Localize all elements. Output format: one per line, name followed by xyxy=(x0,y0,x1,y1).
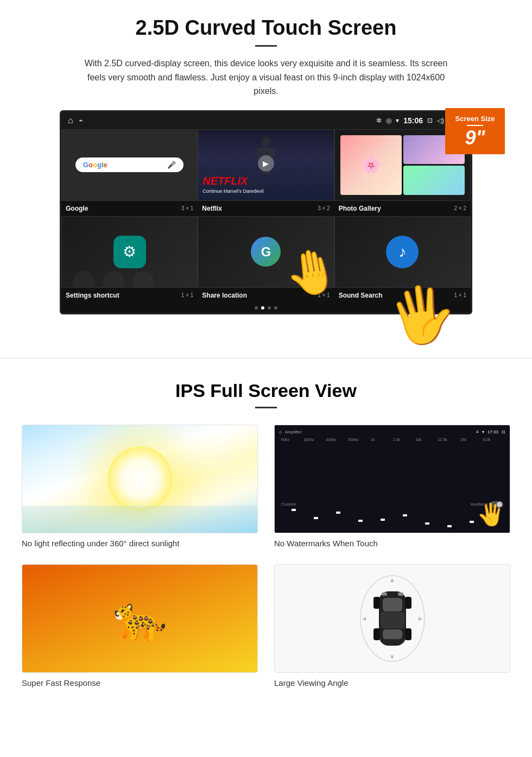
usb-icon: ⌁ xyxy=(79,116,83,124)
app-labels-top: Google 3 × 1 Netflix 3 × 2 Photo Gallery… xyxy=(61,201,471,216)
sound-cell-inner: ♪ xyxy=(335,217,470,287)
google-app-name: Google xyxy=(66,205,88,212)
sound-app-size: 1 × 1 xyxy=(454,292,466,298)
car-image: ▲ ▼ ◄ ► xyxy=(274,564,510,673)
section2-title: IPS Full Screen View xyxy=(22,380,510,401)
section-ips: IPS Full Screen View No light reflecting… xyxy=(0,380,532,709)
location-icon: ◎ xyxy=(386,117,391,124)
label-settings: Settings shortcut 1 × 1 xyxy=(61,290,198,301)
amp-time: 17:33 xyxy=(487,430,498,434)
freq-10k: 10k xyxy=(415,438,436,441)
eq-sliders xyxy=(279,444,505,498)
section-divider xyxy=(0,358,532,358)
dot-1 xyxy=(255,306,258,310)
app-cell-google[interactable]: Google 🎤 xyxy=(61,129,198,201)
svg-rect-8 xyxy=(381,612,404,628)
feature-grid: No light reflecting under 360° direct su… xyxy=(22,425,510,687)
gallery-photo-3 xyxy=(403,166,465,195)
section-curved-screen: 2.5D Curved Touch Screen With 2.5D curve… xyxy=(0,0,532,325)
freq-labels: 60hz 100hz 200hz 500hz 1k 2.5k 10k 12.5k… xyxy=(279,438,505,441)
freq-15k: 15k xyxy=(460,438,481,441)
feature-amplifier: ⌂ Amplifier ≡ ▾ 17:33 ⊡ 60hz 100hz 200hz… xyxy=(274,425,510,548)
sunlight-label: No light reflecting under 360° direct su… xyxy=(22,539,258,548)
shadow-circle-3 xyxy=(132,271,154,288)
app-cell-share[interactable]: G 🤚 xyxy=(198,216,334,288)
camera-icon: ⊡ xyxy=(427,117,433,124)
home-icon[interactable]: ⌂ xyxy=(68,116,73,125)
sound-app-name: Sound Search xyxy=(339,292,383,299)
cheetah-visual: 🐆 xyxy=(22,565,257,672)
sun-shape xyxy=(107,446,173,512)
amplifier-label: No Watermarks When Touch xyxy=(274,539,510,548)
svg-rect-7 xyxy=(383,598,402,611)
amp-home-icon: ⌂ xyxy=(279,430,282,434)
app-grid-bottom: ⚙ G 🤚 xyxy=(61,216,471,288)
amp-header: ⌂ Amplifier ≡ ▾ 17:33 ⊡ xyxy=(279,430,505,434)
share-app-name: Share location xyxy=(202,292,247,299)
bluetooth-icon: ✲ xyxy=(376,117,382,124)
settings-app-size: 1 × 1 xyxy=(181,292,194,298)
freq-60hz: 60hz xyxy=(281,438,302,441)
freq-1k: 1k xyxy=(371,438,391,441)
car-view-circle: ▲ ▼ ◄ ► xyxy=(360,575,425,662)
volume-icon: ◁) xyxy=(437,117,444,124)
svg-rect-9 xyxy=(383,629,402,639)
screen-size-badge: Screen Size 9" xyxy=(445,108,505,154)
app-cell-sound[interactable]: ♪ xyxy=(334,216,471,288)
svg-rect-10 xyxy=(373,597,380,609)
app-cell-settings[interactable]: ⚙ xyxy=(61,216,198,288)
amp-cam-icon: ⊡ xyxy=(502,430,505,434)
device-mockup: Screen Size 9" ⌂ ⌁ ✲ ◎ ▾ 15:06 ⊡ ◁) ⊠ xyxy=(60,110,472,314)
app-cell-netflix[interactable]: ▶ NETFLIX Continue Marvel's Daredevil xyxy=(198,129,334,201)
google-cell-inner: Google 🎤 xyxy=(62,130,197,200)
status-time: 15:06 xyxy=(403,116,423,125)
touch-hand-amp: 🖐 xyxy=(477,502,504,527)
freq-200hz: 200hz xyxy=(326,438,346,441)
amp-title: Amplifier xyxy=(285,430,302,434)
status-bar: ⌂ ⌁ ✲ ◎ ▾ 15:06 ⊡ ◁) ⊠ ▭ xyxy=(61,112,471,129)
freq-100hz: 100hz xyxy=(303,438,324,441)
svg-rect-14 xyxy=(382,592,387,596)
amp-custom-label: Custom xyxy=(281,502,296,507)
netflix-app-size: 3 × 2 xyxy=(318,205,330,211)
amp-wifi-icon: ▾ xyxy=(482,430,484,434)
svg-rect-11 xyxy=(405,597,411,609)
car-top-svg xyxy=(371,586,414,651)
arrow-right: ► xyxy=(417,615,424,622)
microphone-icon[interactable]: 🎤 xyxy=(167,161,176,169)
status-bar-left: ⌂ ⌁ xyxy=(68,116,83,125)
section1-title: 2.5D Curved Touch Screen xyxy=(33,16,499,40)
amp-ui: ⌂ Amplifier ≡ ▾ 17:33 ⊡ 60hz 100hz 200hz… xyxy=(275,425,510,533)
svg-rect-13 xyxy=(405,628,411,640)
netflix-subtitle: Continue Marvel's Daredevil xyxy=(202,188,263,194)
section1-description: With 2.5D curved-display screen, this de… xyxy=(76,56,456,98)
svg-point-0 xyxy=(262,137,270,147)
sunlight-image xyxy=(22,425,258,533)
settings-cell-inner: ⚙ xyxy=(62,217,197,287)
google-app-size: 3 × 1 xyxy=(181,205,194,211)
feature-car: ▲ ▼ ◄ ► xyxy=(274,564,510,687)
feature-cheetah: 🐆 Super Fast Response xyxy=(22,564,258,687)
arrow-bottom: ▼ xyxy=(389,653,396,661)
dot-4 xyxy=(274,306,277,310)
label-google: Google 3 × 1 xyxy=(61,203,198,214)
amp-menu-icon: ≡ xyxy=(476,430,479,434)
share-cell-inner: G 🤚 xyxy=(198,217,333,287)
arrow-top: ▲ xyxy=(389,576,396,584)
gallery-app-name: Photo Gallery xyxy=(339,205,381,212)
car-label: Large Viewing Angle xyxy=(274,678,510,687)
netflix-play-btn[interactable]: ▶ xyxy=(258,155,274,172)
title-underline-1 xyxy=(255,45,277,47)
sky-gradient xyxy=(22,506,257,533)
music-note-icon: ♪ xyxy=(386,236,419,268)
freq-2-5k: 2.5k xyxy=(393,438,414,441)
svg-rect-12 xyxy=(373,628,380,640)
svg-rect-15 xyxy=(398,592,403,596)
dot-2-active xyxy=(261,306,264,310)
netflix-app-name: Netflix xyxy=(202,205,222,212)
google-search-bar[interactable]: Google 🎤 xyxy=(75,157,183,172)
amp-footer: Custom loudness xyxy=(279,501,505,508)
freq-500hz: 500hz xyxy=(349,438,369,441)
gallery-photo-main: 🌸 xyxy=(340,135,402,195)
wifi-icon: ▾ xyxy=(396,117,399,124)
